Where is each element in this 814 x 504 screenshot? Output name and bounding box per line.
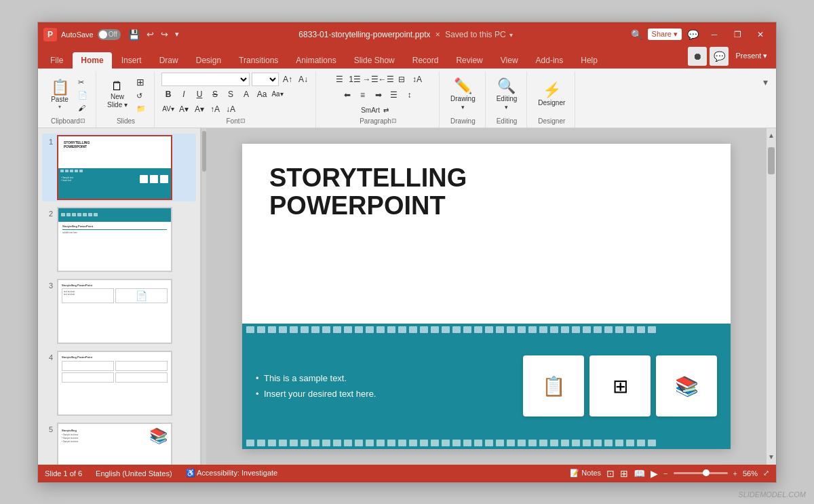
- align-center-btn[interactable]: ≡: [356, 88, 370, 102]
- designer-button[interactable]: ⚡ Designer: [534, 81, 569, 108]
- tab-design[interactable]: Design: [188, 52, 229, 69]
- film-hole: [322, 326, 330, 333]
- drawing-button[interactable]: ✏️ Drawing▾: [446, 77, 480, 112]
- copy-button[interactable]: 📄: [75, 90, 90, 101]
- canvas-scrollbar[interactable]: ▲ ▼: [767, 128, 776, 465]
- underline-button[interactable]: U: [193, 88, 206, 101]
- case-btn[interactable]: Aa▾: [271, 88, 284, 101]
- justify-btn[interactable]: ☰: [387, 88, 401, 102]
- new-slide-icon: 🗒: [111, 80, 123, 94]
- undo-icon[interactable]: ↩: [144, 28, 156, 41]
- zoom-slider[interactable]: [674, 472, 728, 474]
- char-spacing-btn[interactable]: AV▾: [161, 102, 175, 116]
- present-btn[interactable]: Present ▾: [731, 47, 772, 66]
- slide-sorter-btn[interactable]: ⊞: [620, 468, 628, 479]
- panel-scrollbar[interactable]: [201, 128, 206, 465]
- font-color-btn[interactable]: A: [239, 88, 253, 101]
- comments-icon[interactable]: 💬: [687, 29, 699, 40]
- para-expand[interactable]: ⊡: [391, 117, 397, 124]
- autosave-toggle[interactable]: Off: [98, 29, 121, 40]
- film-hole: [290, 326, 298, 333]
- editing-button[interactable]: 🔍 Editing▾: [492, 77, 522, 112]
- scroll-thumb[interactable]: [768, 147, 775, 174]
- align-right-btn[interactable]: ➡: [372, 88, 385, 102]
- format-painter-button[interactable]: 🖌: [75, 102, 90, 113]
- increase-dec-btn[interactable]: ↑A: [208, 102, 222, 116]
- new-slide-button[interactable]: 🗒 NewSlide ▾: [103, 79, 132, 111]
- record-icon-btn[interactable]: ⏺: [688, 47, 707, 66]
- align-left-btn[interactable]: ⬅: [341, 88, 354, 102]
- direction-btn[interactable]: ↕A: [410, 73, 424, 86]
- tab-file[interactable]: File: [42, 52, 71, 69]
- share-icon[interactable]: Share ▾: [648, 28, 682, 40]
- minimize-button[interactable]: ─: [704, 27, 724, 42]
- slide-thumb-img-2: Storytelling PowerPoint subtitle text he…: [57, 207, 172, 272]
- bold-button[interactable]: B: [161, 88, 175, 101]
- zoom-out-btn[interactable]: −: [663, 469, 667, 478]
- tab-help[interactable]: Help: [573, 52, 606, 69]
- bullets-btn[interactable]: ☰: [332, 73, 346, 86]
- slide-thumbnail-3[interactable]: 3 Storytelling PowerPoint text text text…: [42, 277, 196, 345]
- tab-review[interactable]: Review: [448, 52, 490, 69]
- reading-view-btn[interactable]: 📖: [634, 468, 645, 479]
- tab-draw[interactable]: Draw: [151, 52, 187, 69]
- zoom-in-btn[interactable]: +: [733, 469, 737, 478]
- normal-view-btn[interactable]: ⊡: [606, 468, 615, 479]
- layout-button[interactable]: ⊞: [134, 75, 149, 89]
- slide-thumbnail-5[interactable]: 5 Storytelling • Sample text item • Samp…: [42, 421, 196, 465]
- strikethrough-button[interactable]: S: [208, 88, 222, 101]
- fit-slide-btn[interactable]: ⤢: [763, 469, 769, 478]
- smartart-btn[interactable]: SmArt: [364, 104, 377, 117]
- font-color2-btn[interactable]: A▾: [177, 102, 191, 116]
- slide-thumbnail-1[interactable]: 1 STORYTELLINGPOWERPOINT: [42, 134, 196, 201]
- tab-view[interactable]: View: [492, 52, 526, 69]
- slide-thumbnail-2[interactable]: 2 Storytelling PowerPoint subt: [42, 206, 196, 273]
- font-expand[interactable]: ⊡: [240, 117, 246, 124]
- convert-btn[interactable]: ⇄: [379, 104, 393, 117]
- scroll-up-arrow[interactable]: ▲: [767, 131, 776, 140]
- decrease-dec-btn[interactable]: ↓A: [224, 102, 237, 116]
- tab-addins[interactable]: Add-ins: [528, 52, 572, 69]
- scroll-down-arrow[interactable]: ▼: [767, 452, 776, 462]
- paste-button[interactable]: 📋 Paste ▾: [46, 78, 73, 111]
- font-family-select[interactable]: [161, 73, 250, 86]
- highlight-btn[interactable]: Aa: [255, 88, 269, 101]
- tab-home[interactable]: Home: [73, 52, 111, 69]
- shadow-button[interactable]: S: [224, 88, 237, 101]
- notes-button[interactable]: 📝 Notes: [570, 469, 601, 478]
- line-spacing-btn[interactable]: ↕: [403, 88, 416, 102]
- section-button[interactable]: 📁: [134, 103, 149, 115]
- outdent-btn[interactable]: ←☰: [379, 73, 393, 86]
- film-hole: [615, 326, 623, 333]
- numbering-btn[interactable]: 1☰: [348, 73, 362, 86]
- indent-btn[interactable]: →☰: [364, 73, 377, 86]
- slide-canvas[interactable]: STORYTELLING POWERPOINT: [242, 144, 731, 449]
- cols-btn[interactable]: ⊟: [395, 73, 408, 86]
- italic-button[interactable]: I: [177, 88, 191, 101]
- film-hole-b: [366, 440, 374, 446]
- fontsize2-btn[interactable]: A▾: [193, 102, 206, 116]
- restore-button[interactable]: ❐: [727, 27, 748, 42]
- tab-record[interactable]: Record: [404, 52, 447, 69]
- save-icon[interactable]: 💾: [126, 28, 142, 41]
- tab-animations[interactable]: Animations: [288, 52, 344, 69]
- ribbon-collapse-btn[interactable]: ▾: [760, 74, 771, 90]
- tab-insert[interactable]: Insert: [113, 52, 150, 69]
- slideshow-btn[interactable]: ▶: [651, 468, 658, 479]
- tab-transitions[interactable]: Transitions: [231, 52, 286, 69]
- increase-font-btn[interactable]: A↑: [281, 73, 294, 86]
- comments-ribbon-btn[interactable]: 💬: [710, 47, 729, 66]
- film-hole-b: [409, 440, 417, 446]
- decrease-font-btn[interactable]: A↓: [296, 73, 310, 86]
- zoom-percent[interactable]: 56%: [743, 469, 758, 478]
- font-size-select[interactable]: [252, 73, 279, 86]
- redo-icon[interactable]: ↪: [159, 28, 170, 41]
- search-icon[interactable]: 🔍: [631, 29, 642, 40]
- close-button[interactable]: ✕: [750, 27, 771, 42]
- customize-icon[interactable]: ▾: [173, 28, 181, 40]
- clipboard-expand[interactable]: ⊡: [80, 117, 85, 124]
- reset-button[interactable]: ↺: [134, 90, 149, 102]
- cut-button[interactable]: ✂: [75, 77, 90, 88]
- slide-thumbnail-4[interactable]: 4 Storytelling PowerPoint: [42, 349, 196, 417]
- tab-slideshow[interactable]: Slide Show: [346, 52, 403, 69]
